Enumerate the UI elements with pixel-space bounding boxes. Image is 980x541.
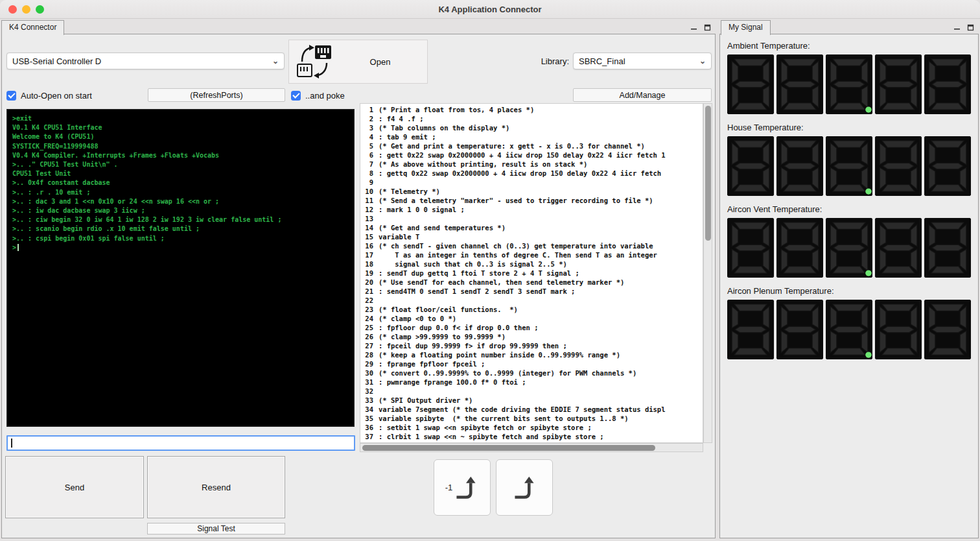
line-number: 7 <box>360 160 373 169</box>
library-select[interactable]: SBRC_Final ⌄ <box>573 53 712 69</box>
terminal-line: V0.1 K4 CPU51 Interface <box>12 123 349 132</box>
seven-segment-display <box>727 300 971 359</box>
code-line: 10(* Telemetry *) <box>360 187 703 196</box>
tab-my-signal[interactable]: My Signal <box>721 20 771 35</box>
zoom-window-button[interactable] <box>36 5 44 14</box>
checkbox-checked-icon <box>6 91 16 101</box>
code-line: 34variable 7segment (* the code driving … <box>360 405 703 414</box>
and-poke-checkbox[interactable]: ..and poke <box>291 90 345 101</box>
panel-maximize-icon[interactable] <box>966 23 974 31</box>
panel-maximize-icon[interactable] <box>703 23 711 31</box>
line-text: : f4 4 .f ; <box>379 114 424 123</box>
code-editor[interactable]: 1(* Print a float from tos, 4 places *)2… <box>360 103 703 443</box>
signal-group: Aircon Plenum Temperature: <box>727 287 971 359</box>
minimize-window-button[interactable] <box>22 5 30 14</box>
line-text: : fprange fpfloor fpceil ; <box>379 359 485 368</box>
tab-k4-connector[interactable]: K4 Connector <box>1 20 64 35</box>
line-number: 20 <box>360 278 373 287</box>
resend-button[interactable]: Resend <box>147 456 285 518</box>
terminal-line: > <box>12 243 349 252</box>
scrollbar-thumb[interactable] <box>705 106 711 241</box>
line-number: 37 <box>360 432 373 441</box>
signal-groups: Ambient Temperature:House Temperature:Ai… <box>727 42 971 368</box>
line-text: (* Tab columns on the display *) <box>379 123 509 132</box>
port-select[interactable]: USB-Serial Controller D ⌄ <box>6 53 285 69</box>
line-number: 35 <box>360 414 373 423</box>
open-button[interactable]: Open <box>288 40 428 84</box>
line-number: 5 <box>360 141 373 150</box>
seven-segment-digit <box>776 136 823 196</box>
code-line: 17 T as an integer in tenths of degree C… <box>360 250 703 259</box>
line-number: 13 <box>360 214 373 223</box>
seven-segment-display <box>727 54 971 114</box>
refresh-ports-button[interactable]: (RefreshPorts) <box>148 88 285 102</box>
add-manage-button[interactable]: Add/Manage <box>573 88 712 102</box>
line-number: 34 <box>360 405 373 414</box>
terminal-output[interactable]: >exitV0.1 K4 CPU51 InterfaceWelcome to K… <box>6 109 355 427</box>
editor-vertical-scrollbar[interactable] <box>703 103 712 443</box>
code-line: 6: gett 0x22 swap 0x2000000 + 4 iicw dro… <box>360 150 703 160</box>
line-number: 25 <box>360 323 373 332</box>
traffic-lights <box>8 5 44 14</box>
and-poke-label: ..and poke <box>305 91 345 101</box>
line-text: (* float floor/ceil functions. *) <box>379 305 518 314</box>
line-text: : fpfloor dup 0.0 f< if drop 0.0 then ; <box>379 323 539 332</box>
terminal-line: >exit <box>12 114 349 123</box>
line-text: : setbit 1 swap <<n spibyte fetch or spi… <box>379 423 592 432</box>
titlebar: K4 Application Connector <box>0 0 980 19</box>
command-input[interactable] <box>6 435 355 451</box>
code-line: 23(* float floor/ceil functions. *) <box>360 305 703 314</box>
line-number: 16 <box>360 241 373 250</box>
line-text: (* Get and print a temperature: x gett -… <box>379 141 645 150</box>
auto-open-label: Auto-Open on start <box>21 91 92 101</box>
panel-minimize-icon[interactable] <box>690 23 697 31</box>
close-window-button[interactable] <box>8 5 17 14</box>
line-text: (* clamp <0 to 0 *) <box>379 314 456 323</box>
line-text: (* Print a float from tos, 4 places *) <box>379 105 534 114</box>
send-current-button[interactable] <box>496 459 553 516</box>
code-line: 18 signal such that ch 0..3 is signal 2.… <box>360 259 703 269</box>
editor-horizontal-scrollbar[interactable] <box>360 443 703 452</box>
code-line: 9 <box>360 178 703 187</box>
code-line: 3(* Tab columns on the display *) <box>360 123 703 132</box>
code-line: 28(* keep a floating point number inside… <box>360 350 703 359</box>
line-text: (* ch sendT - given channel ch (0..3) ge… <box>379 241 653 250</box>
send-previous-button[interactable]: -1 <box>434 459 491 516</box>
chevron-down-icon: ⌄ <box>699 58 706 64</box>
seven-segment-digit <box>826 54 872 114</box>
line-number: 17 <box>360 250 373 259</box>
terminal-line: Welcome to K4 (CPU51) <box>12 132 349 141</box>
seven-segment-digit <box>727 54 774 114</box>
signal-group: Ambient Temperature: <box>727 42 971 114</box>
seven-segment-digit <box>826 218 872 278</box>
signal-test-button[interactable]: Signal Test <box>147 523 285 535</box>
signal-group: House Temperature: <box>727 123 971 196</box>
auto-open-checkbox[interactable]: Auto-Open on start <box>6 90 92 101</box>
terminal-line: >.. ." CPU51 Test Unit\n" . <box>12 160 349 169</box>
code-line: 22 <box>360 296 703 305</box>
line-text: (* As above without printing, result is … <box>379 160 587 169</box>
code-line: 27: fpceil dup 99.9999 f> if drop 99.999… <box>360 341 703 350</box>
seven-segment-display <box>727 136 971 196</box>
signal-group: Aircon Vent Temperature: <box>727 205 971 278</box>
seven-segment-digit <box>924 54 971 114</box>
line-text: (* Telemetry *) <box>379 187 440 196</box>
line-number: 6 <box>360 150 373 160</box>
seven-segment-digit <box>776 54 823 114</box>
line-text: : gett 0x22 swap 0x2000000 + 4 iicw drop… <box>379 150 666 160</box>
send-button[interactable]: Send <box>5 456 144 518</box>
code-line: 11(* Send a telemetry "marker" - used to… <box>360 196 703 205</box>
code-line: 29: fprange fpfloor fpceil ; <box>360 359 703 368</box>
seven-segment-digit <box>727 136 774 196</box>
k4-connector-panel: K4 Connector USB-Serial Controller D ⌄ <box>1 20 716 538</box>
line-number: 27 <box>360 341 373 350</box>
code-line: 36: setbit 1 swap <<n spibyte fetch or s… <box>360 423 703 432</box>
code-line: 8: gettq 0x22 swap 0x2000000 + 4 iicw dr… <box>360 169 703 178</box>
line-number: 3 <box>360 123 373 132</box>
line-number: 21 <box>360 287 373 296</box>
seven-segment-display <box>727 218 971 278</box>
scrollbar-thumb[interactable] <box>362 445 655 451</box>
panel-minimize-icon[interactable] <box>953 23 961 31</box>
text-cursor <box>11 439 12 448</box>
seven-segment-digit <box>826 136 872 196</box>
